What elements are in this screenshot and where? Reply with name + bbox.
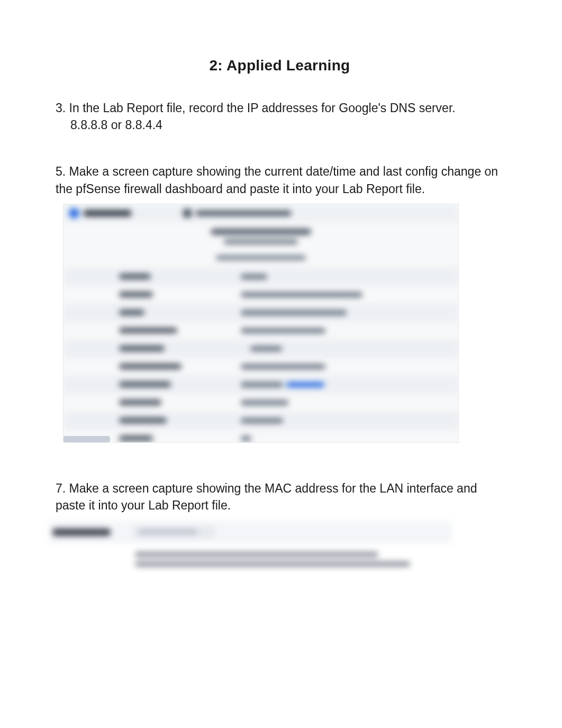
section-title: 2: Applied Learning bbox=[56, 57, 504, 74]
header-text bbox=[224, 239, 298, 244]
header-text bbox=[216, 255, 306, 260]
question-5: 5. Make a screen capture showing the cur… bbox=[56, 163, 504, 442]
question-3-prompt: 3. In the Lab Report file, record the IP… bbox=[56, 99, 504, 116]
help-text bbox=[135, 552, 378, 557]
help-text bbox=[135, 561, 410, 567]
question-5-prompt: 5. Make a screen capture showing the cur… bbox=[56, 163, 504, 197]
mac-address-screenshot bbox=[49, 521, 451, 585]
question-3-answer: 8.8.8.8 or 8.8.4.4 bbox=[56, 116, 504, 133]
mac-address-field bbox=[134, 526, 214, 538]
question-3: 3. In the Lab Report file, record the IP… bbox=[56, 99, 504, 133]
browser-icon bbox=[69, 208, 79, 219]
scrollbar bbox=[64, 436, 110, 442]
header-text bbox=[211, 229, 311, 235]
browser-tab bbox=[84, 210, 131, 216]
address-bar bbox=[196, 211, 291, 216]
pfsense-dashboard-screenshot bbox=[63, 204, 459, 443]
lock-icon bbox=[183, 209, 192, 217]
mac-address-label bbox=[52, 529, 111, 536]
question-7: 7. Make a screen capture showing the MAC… bbox=[56, 480, 504, 585]
question-7-prompt: 7. Make a screen capture showing the MAC… bbox=[56, 480, 504, 514]
